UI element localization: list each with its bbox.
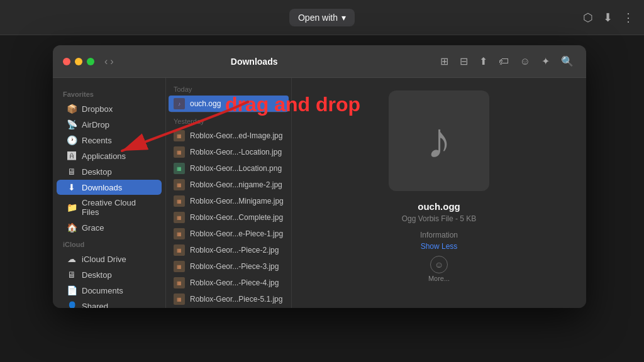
file-thumb: ▦ bbox=[174, 212, 185, 223]
tag-icon[interactable]: 🏷 bbox=[496, 55, 511, 69]
file-thumb: ▦ bbox=[174, 195, 185, 207]
file-name: Roblox-Geor...-Piece-3.jpg bbox=[190, 262, 279, 271]
top-bar-icons: ⬡ ⬇ ⋮ bbox=[583, 11, 634, 25]
applications-icon: 🅰 bbox=[67, 151, 77, 161]
documents-icon: 📄 bbox=[67, 285, 77, 295]
favorites-label: Favorites bbox=[53, 85, 165, 101]
close-button[interactable] bbox=[63, 58, 70, 65]
file-thumb: ♪ bbox=[174, 98, 185, 109]
file-name: ouch.ogg bbox=[190, 99, 221, 108]
sidebar-item-label: Dropbox bbox=[82, 104, 113, 114]
list-item[interactable]: ▦ Roblox-Geor...Minigame.jpg bbox=[166, 193, 291, 209]
sidebar-item-label: Desktop bbox=[82, 167, 112, 177]
open-with-button[interactable]: Open with ▾ bbox=[289, 9, 355, 26]
sidebar-item-downloads[interactable]: ⬇ Downloads bbox=[57, 180, 162, 195]
file-thumb: ▦ bbox=[174, 293, 185, 305]
more-icon[interactable]: ⋮ bbox=[623, 11, 634, 25]
window-title: Downloads bbox=[121, 57, 387, 67]
sidebar-item-icloud-drive[interactable]: ☁ iCloud Drive bbox=[57, 251, 162, 266]
view-columns-icon[interactable]: ⊞ bbox=[438, 54, 451, 69]
more-button[interactable]: ☺ More... bbox=[428, 256, 450, 282]
creative-cloud-icon: 📁 bbox=[67, 202, 77, 212]
preview-filename: ouch.ogg bbox=[418, 201, 460, 212]
file-thumb: ▦ bbox=[174, 146, 185, 158]
sidebar-item-applications[interactable]: 🅰 Applications bbox=[57, 148, 162, 163]
view-grid-icon[interactable]: ⊟ bbox=[457, 54, 470, 69]
sidebar-item-label: Creative Cloud Files bbox=[82, 198, 152, 217]
today-label: Today bbox=[166, 83, 291, 96]
file-thumb: ▦ bbox=[174, 228, 185, 239]
list-item[interactable]: ▦ Roblox-Geor...ed-Image.jpg bbox=[166, 128, 291, 144]
search-icon[interactable]: 🔍 bbox=[558, 54, 576, 69]
more-circle-icon: ☺ bbox=[430, 256, 448, 273]
file-name: Roblox-Geor...nigame-2.jpg bbox=[190, 180, 282, 189]
sidebar-item-desktop[interactable]: 🖥 Desktop bbox=[57, 164, 162, 179]
sidebar-item-grace[interactable]: 🏠 Grace bbox=[57, 220, 162, 235]
sidebar-item-label: Desktop bbox=[82, 270, 112, 280]
title-bar: ‹ › Downloads ⊞ ⊟ ⬆ 🏷 ☺ ✦ 🔍 bbox=[53, 45, 586, 78]
chevron-down-icon: ▾ bbox=[341, 13, 346, 23]
list-item[interactable]: ▦ Roblox-Geor...nigame-2.jpg bbox=[166, 177, 291, 193]
file-name: Roblox-Geor...Location.png bbox=[190, 164, 282, 173]
list-item[interactable]: ▦ Roblox-Geor...-Piece-4.jpg bbox=[166, 275, 291, 291]
finder-body: Favorites 📦 Dropbox 📡 AirDrop 🕐 Recents … bbox=[53, 78, 586, 308]
file-name: Roblox-Geor...Complete.jpg bbox=[190, 213, 283, 222]
yesterday-label: Yesterday bbox=[166, 115, 291, 128]
file-name: Roblox-Geor...e-Piece-1.jpg bbox=[190, 229, 283, 238]
dropbox-icon[interactable]: ✦ bbox=[539, 54, 552, 69]
back-button[interactable]: ‹ bbox=[104, 56, 108, 67]
recents-icon: 🕐 bbox=[67, 135, 77, 145]
open-with-label: Open with bbox=[298, 13, 338, 23]
list-item[interactable]: ▦ Roblox-Geor...Location.png bbox=[166, 160, 291, 177]
file-item-ogg[interactable]: ♪ ouch.ogg bbox=[169, 96, 289, 112]
list-item[interactable]: ▦ Roblox-Geor...iece-5.1.png bbox=[166, 307, 291, 308]
share-icon[interactable]: ⬆ bbox=[477, 54, 490, 69]
list-item[interactable]: ▦ Roblox-Geor...e-Piece-1.jpg bbox=[166, 226, 291, 242]
sidebar-item-shared[interactable]: 👤 Shared bbox=[57, 299, 162, 308]
sidebar-item-label: AirDrop bbox=[82, 120, 109, 129]
file-thumb: ▦ bbox=[174, 244, 185, 256]
minimize-button[interactable] bbox=[75, 58, 82, 65]
grace-icon: 🏠 bbox=[67, 222, 77, 233]
sidebar-item-documents[interactable]: 📄 Documents bbox=[57, 283, 162, 298]
list-item[interactable]: ▦ Roblox-Geor...-Location.jpg bbox=[166, 144, 291, 160]
list-item[interactable]: ▦ Roblox-Geor...-Piece-2.jpg bbox=[166, 242, 291, 258]
sidebar-item-icloud-desktop[interactable]: 🖥 Desktop bbox=[57, 267, 162, 282]
preview-type: Ogg Vorbis File - 5 KB bbox=[402, 214, 477, 223]
icloud-icon: ☁ bbox=[67, 254, 77, 264]
sidebar-item-airdrop[interactable]: 📡 AirDrop bbox=[57, 117, 162, 132]
file-name: Roblox-Geor...ed-Image.jpg bbox=[190, 131, 282, 140]
file-name: Roblox-Geor...-Location.jpg bbox=[190, 148, 282, 156]
emoji-icon[interactable]: ☺ bbox=[518, 55, 533, 69]
list-item[interactable]: ▦ Roblox-Geor...-Piece-3.jpg bbox=[166, 258, 291, 275]
sidebar-item-label: Documents bbox=[82, 286, 123, 295]
preview-info-label: Information bbox=[420, 231, 458, 239]
maximize-button[interactable] bbox=[87, 58, 94, 65]
divider bbox=[171, 112, 286, 112]
sidebar-item-label: Recents bbox=[82, 136, 112, 145]
show-less-button[interactable]: Show Less bbox=[421, 242, 458, 251]
desktop-icon: 🖥 bbox=[67, 270, 77, 280]
file-name: Roblox-Geor...Minigame.jpg bbox=[190, 197, 284, 206]
shared-icon: 👤 bbox=[67, 301, 77, 308]
file-thumb: ▦ bbox=[174, 179, 185, 190]
toolbar-icons: ⊞ ⊟ ⬆ 🏷 ☺ ✦ 🔍 bbox=[438, 54, 576, 69]
airplay-icon[interactable]: ⬡ bbox=[583, 11, 593, 25]
sidebar-item-label: Applications bbox=[82, 151, 126, 161]
list-item[interactable]: ▦ Roblox-Geor...Complete.jpg bbox=[166, 209, 291, 226]
desktop-icon: 🖥 bbox=[67, 167, 77, 177]
forward-button[interactable]: › bbox=[110, 56, 113, 67]
sidebar-item-creative-cloud[interactable]: 📁 Creative Cloud Files bbox=[57, 195, 162, 219]
download-icon[interactable]: ⬇ bbox=[603, 11, 613, 25]
top-bar: Open with ▾ ⬡ ⬇ ⋮ bbox=[0, 0, 644, 35]
nav-arrows: ‹ › bbox=[104, 56, 114, 67]
sidebar-item-recents[interactable]: 🕐 Recents bbox=[57, 133, 162, 148]
list-item[interactable]: ▦ Roblox-Geor...Piece-5.1.jpg bbox=[166, 291, 291, 307]
sidebar-item-label: iCloud Drive bbox=[82, 255, 126, 264]
sidebar-item-dropbox[interactable]: 📦 Dropbox bbox=[57, 101, 162, 116]
file-name: Roblox-Geor...-Piece-2.jpg bbox=[190, 246, 279, 255]
file-thumb: ▦ bbox=[174, 163, 185, 174]
file-name: Roblox-Geor...-Piece-4.jpg bbox=[190, 278, 279, 287]
sidebar-item-label: Grace bbox=[82, 223, 104, 233]
icloud-label: iCloud bbox=[53, 236, 165, 251]
